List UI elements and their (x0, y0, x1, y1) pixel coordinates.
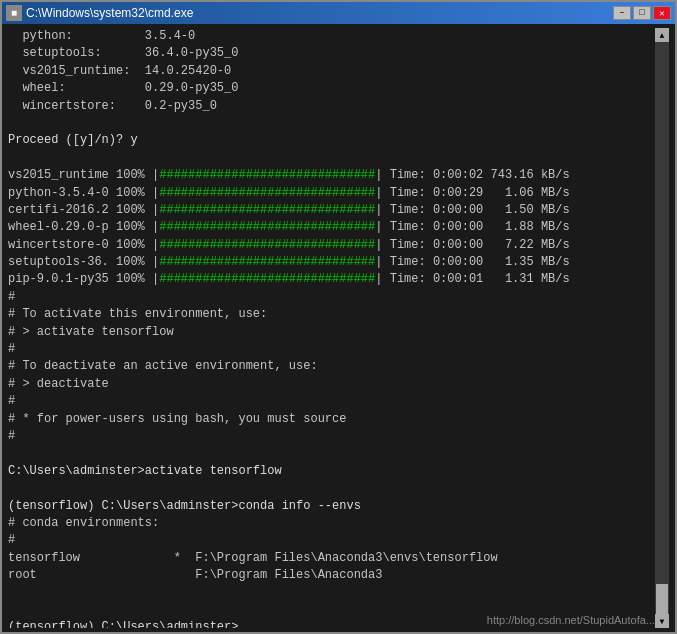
console-area: python: 3.5.4-0 setuptools: 36.4.0-py35_… (2, 24, 675, 632)
minimize-button[interactable]: – (613, 6, 631, 20)
cmd-window: ■ C:\Windows\system32\cmd.exe – □ ✕ pyth… (0, 0, 677, 634)
window-controls: – □ ✕ (613, 6, 671, 20)
scrollbar-thumb[interactable] (656, 584, 668, 614)
title-bar: ■ C:\Windows\system32\cmd.exe – □ ✕ (2, 2, 675, 24)
scrollbar[interactable]: ▲ ▼ (655, 28, 669, 628)
window-icon: ■ (6, 5, 22, 21)
scroll-up-button[interactable]: ▲ (655, 28, 669, 42)
watermark: http://blog.csdn.net/StupidAutofa... (487, 614, 655, 626)
scrollbar-track[interactable] (655, 42, 669, 614)
console-output: python: 3.5.4-0 setuptools: 36.4.0-py35_… (8, 28, 655, 628)
scroll-down-button[interactable]: ▼ (655, 614, 669, 628)
maximize-button[interactable]: □ (633, 6, 651, 20)
close-button[interactable]: ✕ (653, 6, 671, 20)
window-title: C:\Windows\system32\cmd.exe (26, 6, 613, 20)
